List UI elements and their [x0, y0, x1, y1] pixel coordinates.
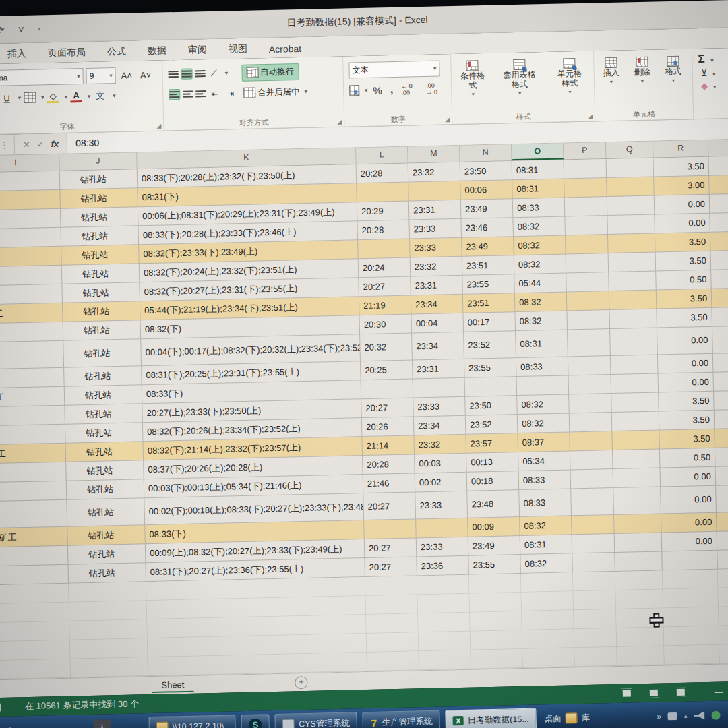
font-color-icon[interactable]: A: [70, 91, 82, 102]
cell-R-2[interactable]: 3.00: [654, 176, 710, 196]
cell-I-2[interactable]: [0, 190, 61, 211]
cell-M-12[interactable]: [413, 378, 466, 398]
align-left-icon[interactable]: [169, 89, 180, 100]
cell-L-8[interactable]: 21:19: [359, 295, 412, 315]
format-cells-button[interactable]: 格式▾: [661, 55, 685, 88]
styles-dialog-launcher[interactable]: ◢: [588, 113, 593, 120]
cell-edge-21[interactable]: [717, 549, 728, 569]
adobe-reader-icon[interactable]: 人: [93, 719, 111, 728]
empty-cell[interactable]: [615, 570, 663, 590]
cell-Q-21[interactable]: [615, 551, 663, 572]
cell-Q-12[interactable]: [611, 374, 659, 394]
percent-style-button[interactable]: %: [370, 84, 385, 96]
normal-view-icon[interactable]: [621, 688, 632, 698]
align-middle-icon[interactable]: [181, 68, 192, 79]
cell-N-1[interactable]: 23:50: [460, 161, 513, 181]
empty-cell[interactable]: [0, 603, 69, 624]
empty-cell[interactable]: [663, 607, 719, 628]
empty-cell[interactable]: [664, 626, 720, 646]
empty-cell[interactable]: [417, 575, 470, 595]
cell-M-21[interactable]: 23:36: [417, 556, 469, 576]
cell-N-10[interactable]: 23:52: [464, 331, 516, 359]
cell-edge-19[interactable]: [717, 512, 728, 531]
cell-N-21[interactable]: 23:55: [468, 555, 521, 575]
cell-edge-1[interactable]: [708, 156, 728, 175]
shrink-font-button[interactable]: A˅: [138, 69, 154, 81]
empty-cell[interactable]: [366, 595, 419, 615]
ribbon-tab-1[interactable]: 插入: [0, 44, 37, 64]
cell-L-18[interactable]: 20:27: [363, 492, 416, 520]
empty-cell[interactable]: [365, 576, 418, 596]
cell-M-8[interactable]: 23:34: [411, 295, 464, 315]
cell-L-2[interactable]: [357, 183, 409, 203]
cell-I-1[interactable]: [0, 171, 60, 192]
cell-I-19[interactable]: 矿工: [0, 527, 68, 548]
empty-cell[interactable]: [69, 619, 148, 640]
empty-cell[interactable]: [664, 645, 720, 665]
cell-M-11[interactable]: 23:31: [413, 359, 465, 380]
cell-N-13[interactable]: 23:50: [465, 396, 518, 416]
cell-J-20[interactable]: 钻孔站: [68, 544, 146, 565]
empty-cell[interactable]: [719, 606, 728, 626]
align-center-icon[interactable]: [183, 89, 193, 98]
cell-edge-5[interactable]: [710, 231, 728, 251]
cell-Q-8[interactable]: [609, 291, 657, 311]
column-header-N[interactable]: N: [460, 144, 512, 162]
phonetic-icon[interactable]: 文: [93, 89, 107, 102]
empty-cell[interactable]: [70, 638, 148, 659]
column-header-P[interactable]: P: [564, 142, 607, 159]
empty-cell[interactable]: [719, 644, 728, 663]
cell-edge-16[interactable]: [715, 447, 728, 466]
orientation-icon[interactable]: ⟋: [208, 67, 219, 80]
cell-R-5[interactable]: 3.50: [655, 233, 711, 253]
autosum-icon[interactable]: Σ ▾: [698, 52, 719, 66]
cell-P-12[interactable]: [569, 375, 612, 394]
cell-J-7[interactable]: 钻孔站: [62, 282, 140, 303]
cell-R-18[interactable]: 0.00: [661, 486, 717, 514]
cell-Q-18[interactable]: [613, 487, 661, 515]
empty-cell[interactable]: [69, 582, 147, 603]
cell-O-13[interactable]: 08:32: [517, 394, 570, 415]
cell-N-20[interactable]: 23:49: [468, 536, 521, 556]
cell-L-14[interactable]: 20:26: [362, 417, 415, 437]
cell-O-14[interactable]: 08:32: [518, 413, 570, 433]
empty-cell[interactable]: [521, 572, 574, 593]
volume-icon[interactable]: [694, 711, 704, 720]
cell-J-2[interactable]: 钻孔站: [60, 188, 138, 209]
cell-edge-20[interactable]: [717, 530, 728, 550]
cell-J-11[interactable]: 钻孔站: [64, 366, 142, 387]
decrease-decimal-button[interactable]: .00 →.0: [423, 81, 446, 96]
cell-I-8[interactable]: 工: [0, 303, 63, 324]
cell-O-10[interactable]: 08:31: [516, 330, 568, 358]
cell-L-12[interactable]: [361, 379, 414, 399]
cell-J-8[interactable]: 钻孔站: [63, 301, 141, 322]
number-dialog-launcher[interactable]: ◢: [445, 116, 450, 123]
cell-I-9[interactable]: [0, 322, 63, 343]
cell-L-19[interactable]: [364, 519, 417, 539]
format-as-table-button[interactable]: 套用表格格式▾: [497, 57, 542, 100]
cell-N-15[interactable]: 23:57: [466, 433, 518, 454]
cell-N-3[interactable]: 23:49: [461, 199, 514, 219]
cell-J-6[interactable]: 钻孔站: [62, 264, 140, 284]
cell-P-18[interactable]: [571, 488, 614, 516]
cell-O-19[interactable]: 08:32: [520, 516, 572, 536]
empty-cell[interactable]: [615, 589, 663, 609]
delete-cells-button[interactable]: 删除▾: [630, 55, 654, 88]
empty-cell[interactable]: [470, 611, 522, 632]
cell-J-18[interactable]: 钻孔站: [67, 498, 145, 526]
cell-P-9[interactable]: [567, 310, 610, 330]
cell-edge-10[interactable]: [712, 326, 728, 353]
cell-Q-9[interactable]: [609, 309, 657, 330]
cell-M-17[interactable]: 00:02: [415, 473, 468, 493]
cell-P-6[interactable]: [566, 253, 609, 273]
cell-O-16[interactable]: 05:34: [518, 451, 571, 471]
cell-P-5[interactable]: [566, 235, 609, 254]
cell-edge-14[interactable]: [715, 409, 728, 429]
empty-cell[interactable]: [663, 588, 719, 609]
cell-edge-9[interactable]: [712, 307, 728, 326]
empty-cell[interactable]: [573, 572, 616, 591]
cell-I-21[interactable]: [0, 565, 69, 586]
cell-R-1[interactable]: 3.50: [654, 157, 710, 177]
cell-edge-13[interactable]: [714, 390, 728, 410]
cell-edge-3[interactable]: [710, 193, 728, 213]
